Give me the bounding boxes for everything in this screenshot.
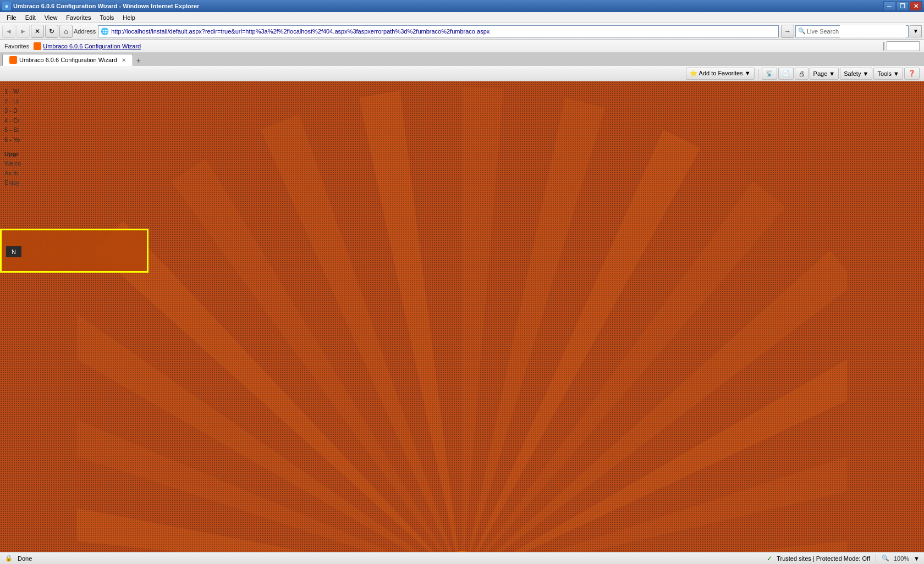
safety-menu-button[interactable]: Safety ▼ [840,68,872,80]
search-go-button[interactable]: ▼ [910,25,922,37]
tab-label: Umbraco 6.0.6 Configuration Wizard [19,57,117,63]
search-icon: 🔍 [798,27,806,35]
address-bar[interactable]: 🌐 [98,25,779,37]
status-lock-icon: 🔒 [4,554,13,563]
go-button[interactable]: → [781,25,794,38]
toolbar-icon-print-preview[interactable]: 📄 [778,68,794,80]
close-button[interactable]: ✕ [910,1,922,11]
content-panel: 1 - W 2 - Li 3 - D 4 - Cr 5 - St 6 - Yo … [0,81,110,193]
as-text: As th [4,169,106,179]
checkmark-icon: ✓ [767,555,772,562]
minimize-button[interactable]: ─ [883,1,895,11]
refresh-button[interactable]: ↻ [45,25,58,38]
menu-view[interactable]: View [40,13,62,22]
svg-marker-6 [491,429,847,564]
status-text: Done [18,555,32,562]
menu-help[interactable]: Help [118,13,140,22]
step-6: 6 - Yo [4,135,106,145]
tab-umbraco-wizard[interactable]: Umbraco 6.0.6 Configuration Wizard ✕ [2,54,133,66]
step-4: 4 - Cr [4,116,106,126]
status-separator [876,555,876,562]
step-2: 2 - Li [4,97,106,107]
address-label: Address [74,28,96,35]
zoom-dropdown[interactable]: ▼ [914,555,920,562]
enjoy-text: Enjoy [4,178,106,188]
page-menu-button[interactable]: Page ▼ [810,68,839,80]
trusted-sites-label: Trusted sites | Protected Mode: Off [777,555,870,562]
stop-button[interactable]: ✕ [31,25,44,38]
sunburst-graphic [77,81,847,564]
tab-close-button[interactable]: ✕ [122,57,126,63]
window-title: Umbraco 6.0.6 Configuration Wizard - Win… [13,3,199,9]
tab-favicon [9,56,17,64]
menu-edit[interactable]: Edit [21,13,40,22]
highlight-box: N [0,229,148,273]
toolbar-icon-print[interactable]: 🖨 [795,68,809,80]
restore-button[interactable]: ❐ [897,1,909,11]
tab-bar: Umbraco 6.0.6 Configuration Wizard ✕ + [0,53,924,66]
menu-tools[interactable]: Tools [96,13,119,22]
add-favorites-button[interactable]: ⭐ Add to Favorites ▼ [686,68,755,80]
step-5: 5 - St [4,125,106,135]
highlight-box-inner: N [6,244,21,257]
highlighted-button[interactable]: N [6,246,21,257]
toolbar-icon-feeds[interactable]: 📡 [762,68,777,80]
title-bar: e Umbraco 6.0.6 Configuration Wizard - W… [0,0,924,12]
step-1: 1 - W [4,87,106,97]
nav-bar: ◄ ► ✕ ↻ ⌂ Address 🌐 → 🔍 Live Search ▼ [0,23,924,40]
back-button[interactable]: ◄ [2,25,15,38]
ie-icon: e [2,2,11,10]
menu-file[interactable]: File [2,13,21,22]
main-content: 1 - W 2 - Li 3 - D 4 - Cr 5 - St 6 - Yo … [0,81,924,564]
forward-button[interactable]: ► [16,25,30,38]
status-bar: 🔒 Done ✓ Trusted sites | Protected Mode:… [0,552,924,564]
svg-marker-0 [462,87,503,551]
tools-menu-button[interactable]: Tools ▼ [873,68,903,80]
menu-favorites[interactable]: Favorites [62,13,95,22]
home-button[interactable]: ⌂ [59,25,73,38]
step-3: 3 - D [4,106,106,116]
search-input[interactable] [840,25,906,37]
url-input[interactable] [111,28,776,35]
favorites-item-label: Umbraco 6.0.6 Configuration Wizard [43,43,141,49]
menu-bar: File Edit View Favorites Tools Help [0,12,924,23]
ie-toolbar: ⭐ Add to Favorites ▼ 📡 📄 🖨 Page ▼ Safety… [0,66,924,81]
help-icon-button[interactable]: ❓ [904,68,920,80]
upgrade-title: Upgr [4,150,106,159]
zoom-icon: 🔍 [882,555,889,562]
live-search-label: Live Search [807,28,839,35]
favorites-bar: Favorites Umbraco 6.0.6 Configuration Wi… [0,40,924,53]
welcome-text: Welco [4,159,106,169]
umbraco-favicon [34,42,41,50]
tab-search-input[interactable] [887,41,920,51]
favorites-label: Favorites [4,43,29,49]
zoom-level: 100% [894,555,909,562]
new-tab-button[interactable]: + [133,55,144,66]
favorites-item-umbraco[interactable]: Umbraco 6.0.6 Configuration Wizard [34,42,141,50]
toolbar-separator-1 [758,69,758,79]
svg-marker-29 [359,91,458,552]
